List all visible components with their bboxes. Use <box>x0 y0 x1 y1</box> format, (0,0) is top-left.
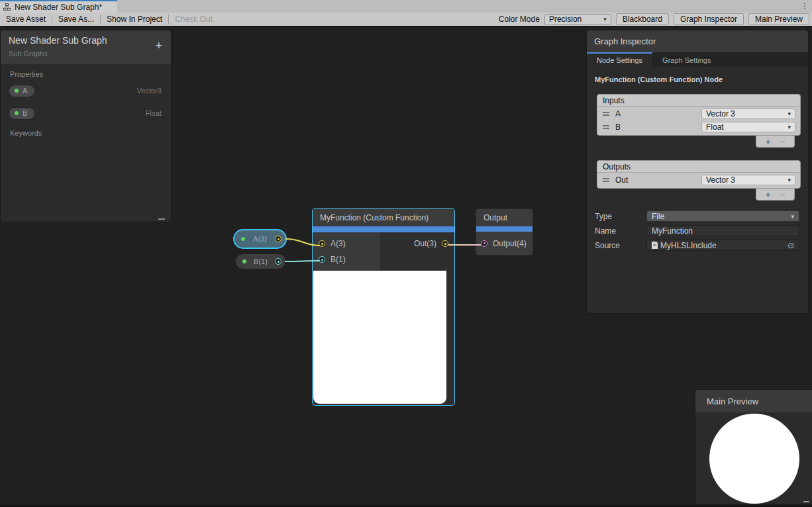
save-as-button[interactable]: Save As... <box>52 13 100 26</box>
input-type-dropdown[interactable]: Vector 3 <box>701 109 795 119</box>
node-title: Output <box>476 209 533 226</box>
unity-shader-graph-window: { "colors": { "accent_blue": "#4C8BD9", … <box>0 0 812 507</box>
type-field-row: Type File <box>595 210 799 222</box>
input-row-b: B(1) <box>313 252 380 267</box>
blackboard-property-a[interactable]: A <box>9 85 35 97</box>
blackboard-subtitle: Sub Graphs <box>9 50 163 58</box>
input-port-b[interactable] <box>319 256 325 263</box>
blackboard-header: New Shader Sub Graph Sub Graphs + <box>1 30 171 64</box>
main-preview-toggle-button[interactable]: Main Preview <box>748 13 809 25</box>
input-name: A <box>615 109 621 118</box>
exposed-property-dot-icon <box>241 237 245 241</box>
object-picker-icon[interactable]: ⊙ <box>787 242 794 250</box>
drag-handle-icon[interactable] <box>603 112 609 116</box>
inputs-list: Inputs A Vector 3 B Float <box>597 94 801 136</box>
node-preview <box>313 271 446 404</box>
inputs-list-header: Inputs <box>597 95 800 107</box>
exposed-property-dot-icon <box>242 259 246 263</box>
property-name: B <box>23 109 27 117</box>
add-property-button[interactable]: + <box>155 40 162 52</box>
blackboard-panel: New Shader Sub Graph Sub Graphs + Proper… <box>0 30 172 222</box>
output-type-value: Vector 3 <box>706 175 735 185</box>
main-preview-body[interactable] <box>695 412 812 504</box>
inspected-node-title: MyFunction (Custom Function) Node <box>587 67 808 83</box>
output-row-out: Out(3) <box>414 236 448 252</box>
input-type-dropdown[interactable]: Float <box>701 122 795 132</box>
source-value: MyHLSLInclude <box>660 241 717 250</box>
outputs-list-footer-box: + − <box>756 189 795 201</box>
output-node-port-row: Output(4) <box>476 232 533 255</box>
output-node[interactable]: Output Output(4) <box>476 208 533 255</box>
color-mode-dropdown[interactable]: Precision <box>544 14 611 25</box>
input-port-a[interactable] <box>319 240 325 247</box>
type-label: Type <box>595 212 646 221</box>
blackboard-property-b[interactable]: B <box>9 107 35 120</box>
node-title: MyFunction (Custom Function) <box>313 208 454 226</box>
input-row-a: A(3) <box>313 236 380 252</box>
outputs-list-rows: Out Vector 3 <box>597 173 800 188</box>
property-name: A <box>23 87 27 95</box>
node-precision-bar <box>476 226 533 232</box>
shader-graph-icon <box>3 3 11 11</box>
tab-graph-settings[interactable]: Graph Settings <box>652 52 721 67</box>
color-mode-label: Color Mode <box>499 15 540 24</box>
source-field-row: Source MyHLSLInclude ⊙ <box>595 240 799 251</box>
show-in-project-button[interactable]: Show In Project <box>101 13 168 26</box>
node-input-column: A(3) B(1) <box>313 232 380 271</box>
property-b-output-port[interactable] <box>275 258 281 265</box>
property-node-label: A(3) <box>250 235 270 243</box>
property-node-label: B(1) <box>252 257 270 265</box>
property-node-b[interactable]: B(1) <box>235 254 286 269</box>
input-port-b-label: B(1) <box>330 255 346 264</box>
output-port-out[interactable] <box>442 240 448 247</box>
output-name: Out <box>615 175 628 185</box>
main-preview-panel: Main Preview <box>695 389 812 504</box>
remove-output-button[interactable]: − <box>780 190 785 199</box>
graph-inspector-tabs: Node Settings Graph Settings <box>587 52 808 67</box>
input-type-value: Vector 3 <box>706 109 735 118</box>
type-dropdown[interactable]: File <box>646 210 799 222</box>
source-object-field[interactable]: MyHLSLInclude ⊙ <box>646 240 799 251</box>
output-node-port-label: Output(4) <box>493 239 527 248</box>
name-value: MyFunction <box>652 226 693 236</box>
main-preview-resize-handle[interactable] <box>803 501 809 502</box>
save-asset-button[interactable]: Save Asset <box>0 13 52 26</box>
output-port-out-label: Out(3) <box>414 239 436 248</box>
outputs-list-footer: + − <box>587 189 808 201</box>
add-output-button[interactable]: + <box>766 190 771 199</box>
graph-inspector-panel: Graph Inspector Node Settings Graph Sett… <box>586 30 809 314</box>
property-type: Vector3 <box>137 87 162 95</box>
graph-inspector-toggle-button[interactable]: Graph Inspector <box>674 13 744 25</box>
inputs-list-footer: + − <box>587 136 808 148</box>
shader-graph-toolbar: Save Asset Save As... Show In Project Ch… <box>0 13 812 26</box>
tab-node-settings[interactable]: Node Settings <box>587 52 652 67</box>
outputs-list: Outputs Out Vector 3 <box>597 160 801 189</box>
graph-inspector-header: Graph Inspector <box>587 30 808 52</box>
property-a-output-port[interactable] <box>275 236 281 242</box>
input-port-a-label: A(3) <box>330 239 346 248</box>
add-input-button[interactable]: + <box>766 137 771 146</box>
output-type-dropdown[interactable]: Vector 3 <box>701 175 795 185</box>
property-node-a[interactable]: A(3) <box>233 229 287 249</box>
input-name: B <box>615 122 621 132</box>
name-label: Name <box>595 226 646 236</box>
tab-new-shader-sub-graph[interactable]: New Shader Sub Graph* <box>0 0 117 13</box>
source-label: Source <box>595 241 646 250</box>
custom-function-node[interactable]: MyFunction (Custom Function) A(3) B(1) O… <box>312 208 455 406</box>
keywords-section-label: Keywords <box>1 123 171 137</box>
outputs-list-row: Out Vector 3 <box>597 173 800 187</box>
output-node-input-port[interactable] <box>481 240 487 247</box>
window-tab-bar: New Shader Sub Graph* ⋮ <box>0 0 812 13</box>
remove-input-button[interactable]: − <box>780 137 785 146</box>
drag-handle-icon[interactable] <box>603 178 609 182</box>
blackboard-property-row: A Vector3 <box>1 81 171 101</box>
blackboard-resize-handle[interactable] <box>158 218 165 220</box>
outputs-list-header: Outputs <box>597 161 800 173</box>
color-mode-value: Precision <box>549 15 582 24</box>
drag-handle-icon[interactable] <box>603 125 609 129</box>
node-precision-bar <box>313 226 454 232</box>
name-input[interactable]: MyFunction <box>646 225 799 236</box>
inputs-list-row: A Vector 3 <box>597 107 800 120</box>
window-menu-kebab-icon[interactable]: ⋮ <box>801 1 809 12</box>
blackboard-toggle-button[interactable]: Blackboard <box>616 13 669 25</box>
